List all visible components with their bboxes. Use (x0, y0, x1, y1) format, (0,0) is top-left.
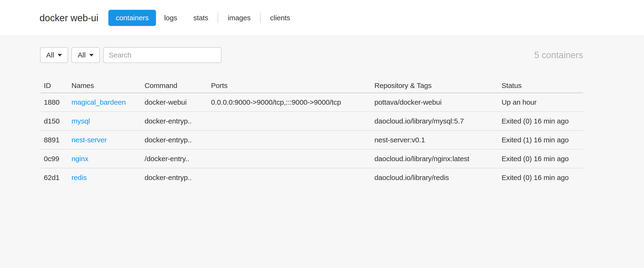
cell-id: d150 (40, 112, 68, 130)
cell-status: Exited (0) 16 min ago (498, 112, 583, 130)
cell-command: docker-entryp.. (141, 130, 207, 149)
cell-status: Exited (0) 16 min ago (498, 168, 583, 187)
column-header-status: Status (498, 79, 583, 93)
cell-name: redis (68, 168, 141, 187)
container-name-link[interactable]: redis (72, 174, 87, 181)
cell-ports (207, 168, 370, 187)
cell-repository: daocloud.io/library/nginx:latest (370, 149, 498, 168)
filter-dropdown-2-label: All (78, 51, 86, 59)
tab-clients[interactable]: clients (270, 14, 290, 22)
nav-divider (218, 13, 218, 23)
cell-command: docker-entryp.. (141, 112, 207, 130)
search-input[interactable] (103, 47, 222, 63)
table-header-row: ID Names Command Ports Repository & Tags… (40, 79, 583, 93)
tab-containers[interactable]: containers (108, 10, 156, 26)
cell-ports: 0.0.0.0:9000->9000/tcp,:::9000->9000/tcp (207, 93, 370, 112)
cell-command: /docker-entry.. (141, 149, 207, 168)
cell-id: 8891 (40, 130, 68, 149)
container-name-link[interactable]: mysql (72, 117, 90, 125)
table-row: 8891 nest-server docker-entryp.. nest-se… (40, 130, 583, 149)
cell-command: docker-webui (141, 93, 207, 112)
table-row: 1880 magical_bardeen docker-webui 0.0.0.… (40, 93, 583, 112)
cell-ports (207, 149, 370, 168)
containers-count: 5 containers (534, 50, 583, 60)
filter-dropdown-1[interactable]: All (40, 47, 68, 63)
filter-dropdown-1-label: All (46, 51, 54, 59)
column-header-command: Command (141, 79, 207, 93)
filter-bar: All All 5 containers (40, 47, 583, 63)
cell-ports (207, 130, 370, 149)
cell-name: mysql (68, 112, 141, 130)
tab-logs[interactable]: logs (164, 14, 177, 22)
cell-status: Exited (0) 16 min ago (498, 149, 583, 168)
container-name-link[interactable]: magical_bardeen (72, 98, 126, 106)
table-row: 62d1 redis docker-entryp.. daocloud.io/l… (40, 168, 583, 187)
main-nav: containers logs stats images clients (108, 10, 298, 26)
app-header: docker web-ui containers logs stats imag… (0, 0, 644, 36)
cell-command: docker-entryp.. (141, 168, 207, 187)
container-name-link[interactable]: nest-server (72, 136, 107, 144)
cell-status: Up an hour (498, 93, 583, 112)
nav-divider (260, 13, 260, 23)
app-title: docker web-ui (40, 13, 98, 23)
cell-repository: nest-server:v0.1 (370, 130, 498, 149)
column-header-id: ID (40, 79, 68, 93)
cell-repository: daocloud.io/library/redis (370, 168, 498, 187)
caret-down-icon (89, 54, 94, 57)
table-row: d150 mysql docker-entryp.. daocloud.io/l… (40, 112, 583, 130)
containers-table: ID Names Command Ports Repository & Tags… (40, 79, 583, 187)
tab-stats[interactable]: stats (194, 14, 208, 22)
containers-page: All All 5 containers ID Names Command Po… (0, 47, 644, 187)
cell-ports (207, 112, 370, 130)
cell-status: Exited (1) 16 min ago (498, 130, 583, 149)
cell-name: nginx (68, 149, 141, 168)
column-header-repository: Repository & Tags (370, 79, 498, 93)
cell-name: magical_bardeen (68, 93, 141, 112)
caret-down-icon (58, 54, 62, 57)
cell-repository: daocloud.io/library/mysql:5.7 (370, 112, 498, 130)
cell-id: 0c99 (40, 149, 68, 168)
cell-repository: pottava/docker-webui (370, 93, 498, 112)
table-row: 0c99 nginx /docker-entry.. daocloud.io/l… (40, 149, 583, 168)
cell-id: 62d1 (40, 168, 68, 187)
container-name-link[interactable]: nginx (72, 155, 88, 163)
column-header-ports: Ports (207, 79, 370, 93)
tab-images[interactable]: images (228, 14, 250, 22)
filter-dropdown-2[interactable]: All (72, 47, 100, 63)
cell-name: nest-server (68, 130, 141, 149)
column-header-names: Names (68, 79, 141, 93)
cell-id: 1880 (40, 93, 68, 112)
